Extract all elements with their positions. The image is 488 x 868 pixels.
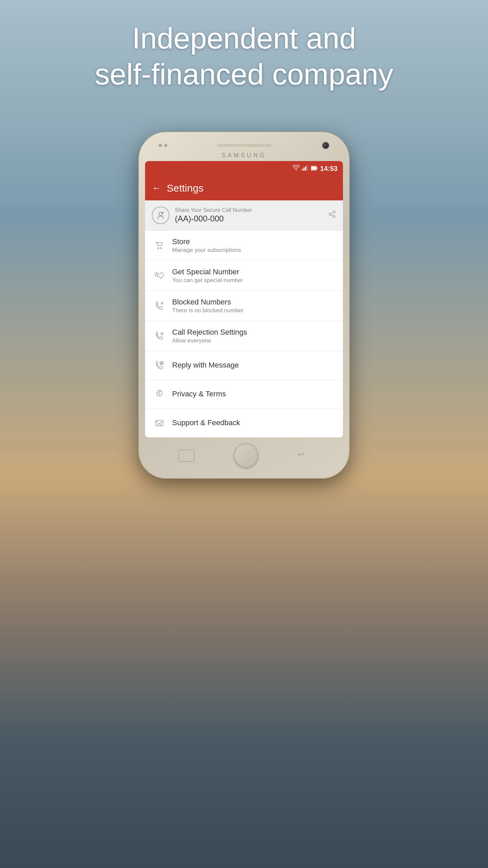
store-title: Store [172, 237, 336, 246]
brand-logo: SAMSUNG [145, 152, 343, 159]
front-camera [322, 142, 329, 149]
phone-device: SAMSUNG [139, 132, 349, 478]
call-rejection-text: Call Rejection Settings Allow everyone [172, 328, 336, 344]
phone-star-icon [152, 268, 167, 283]
reply-message-text: Reply with Message [172, 361, 336, 370]
speaker-grille [218, 144, 272, 147]
svg-point-11 [158, 248, 159, 249]
app-bar-title: Settings [167, 182, 203, 194]
hero-line2: self-financed company [95, 57, 393, 91]
share-number-text: Share Your Secure Call Number (AA)-000-0… [175, 207, 323, 223]
settings-item-support-feedback[interactable]: Support & Feedback [145, 409, 343, 437]
settings-list: Share Your Secure Call Number (AA)-000-0… [145, 200, 343, 437]
app-bar: ← Settings [145, 176, 343, 200]
battery-icon [311, 165, 318, 172]
svg-rect-3 [306, 165, 307, 171]
back-hardware-button[interactable]: ↩ [298, 450, 310, 462]
svg-rect-6 [311, 166, 316, 170]
secure-call-icon [152, 206, 169, 224]
phone-top-bar [145, 138, 343, 152]
privacy-terms-title: Privacy & Terms [172, 390, 336, 398]
speaker-dot [159, 144, 162, 147]
hero-text: Independent and self-financed company [0, 20, 488, 92]
call-rejection-title: Call Rejection Settings [172, 328, 336, 337]
envelope-icon [152, 416, 167, 431]
svg-rect-5 [317, 167, 317, 169]
signal-icon [302, 165, 309, 172]
phone-shell: SAMSUNG [139, 132, 349, 478]
home-button[interactable] [234, 443, 258, 468]
blocked-numbers-title: Blocked Numbers [172, 298, 336, 307]
svg-rect-16 [160, 362, 163, 364]
settings-item-blocked-numbers[interactable]: Blocked Numbers There is no blocked numb… [145, 291, 343, 321]
phone-gear-icon [152, 329, 167, 343]
svg-rect-0 [302, 169, 303, 171]
hero-line1: Independent and [132, 21, 356, 55]
back-button[interactable]: ← [152, 183, 161, 194]
share-number-item[interactable]: Share Your Secure Call Number (AA)-000-0… [145, 200, 343, 231]
support-feedback-title: Support & Feedback [172, 418, 336, 427]
speaker-dot [164, 144, 167, 147]
store-text: Store Manage your subscriptions [172, 237, 336, 254]
svg-rect-19 [156, 420, 163, 426]
get-special-number-title: Get Special Number [172, 268, 336, 276]
svg-point-7 [159, 212, 162, 216]
svg-point-12 [160, 248, 162, 249]
phone-msg-icon [152, 358, 167, 373]
share-number-value: (AA)-000-000 [175, 214, 323, 223]
blocked-numbers-text: Blocked Numbers There is no blocked numb… [172, 298, 336, 314]
status-icons [292, 165, 318, 173]
wifi-icon [292, 165, 300, 173]
svg-rect-1 [303, 167, 304, 171]
phone-x-icon [152, 298, 167, 313]
blocked-numbers-subtitle: There is no blocked number [172, 307, 336, 314]
hand-icon [152, 387, 167, 402]
recent-apps-button[interactable] [178, 450, 195, 462]
call-rejection-subtitle: Allow everyone [172, 337, 336, 344]
get-special-number-text: Get Special Number You can get special n… [172, 268, 336, 284]
settings-item-privacy-terms[interactable]: Privacy & Terms [145, 380, 343, 409]
phone-bottom-bar: ↩ [145, 437, 343, 472]
support-feedback-text: Support & Feedback [172, 418, 336, 428]
get-special-number-subtitle: You can get special number [172, 277, 336, 284]
share-number-label: Share Your Secure Call Number [175, 207, 323, 213]
reply-message-title: Reply with Message [172, 361, 336, 370]
speaker-dots [159, 144, 167, 147]
status-time: 14:53 [320, 165, 338, 173]
settings-item-call-rejection[interactable]: Call Rejection Settings Allow everyone [145, 321, 343, 351]
settings-item-store[interactable]: Store Manage your subscriptions [145, 231, 343, 261]
phone-screen: 14:53 ← Settings [145, 161, 343, 437]
store-subtitle: Manage your subscriptions [172, 247, 336, 254]
store-icon [152, 238, 167, 253]
settings-item-get-special-number[interactable]: Get Special Number You can get special n… [145, 261, 343, 291]
status-bar: 14:53 [145, 161, 343, 176]
privacy-terms-text: Privacy & Terms [172, 390, 336, 399]
svg-rect-2 [305, 166, 306, 171]
settings-item-reply-message[interactable]: Reply with Message [145, 351, 343, 380]
share-button[interactable] [328, 210, 336, 220]
